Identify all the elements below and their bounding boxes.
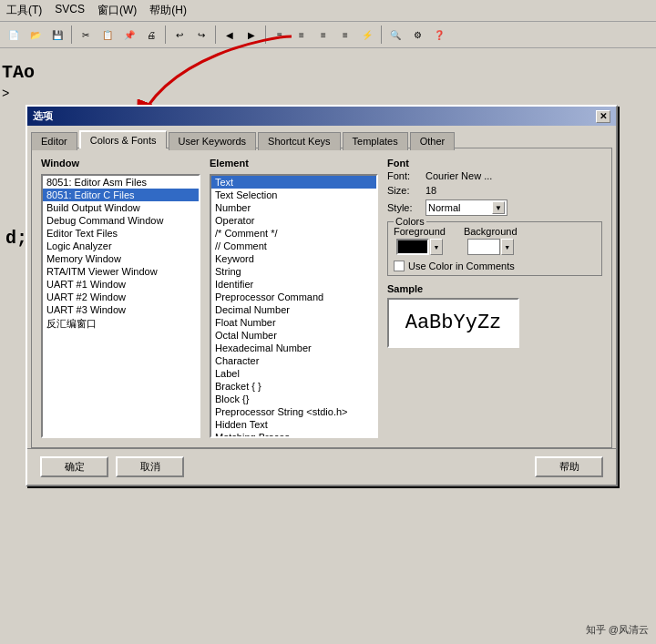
element-list-item[interactable]: /* Comment */ [211,227,376,240]
tab-user-keywords[interactable]: User Keywords [169,132,257,150]
sample-label: Sample [387,283,602,294]
element-list-item[interactable]: Label [211,367,376,380]
window-list-item[interactable]: Build Output Window [43,201,199,214]
cancel-button[interactable]: 取消 [116,456,184,477]
background-col: Background ▼ [464,226,518,255]
sample-section: Sample AaBbYyZz [387,283,602,348]
element-list-item[interactable]: Keyword [211,252,376,265]
use-color-label: Use Color in Comments [408,261,515,271]
font-name-label: Font: [387,170,420,181]
window-list-item[interactable]: UART #3 Window [43,303,199,316]
element-list-item[interactable]: Block {} [211,393,376,405]
element-panel-label: Element [210,158,378,169]
tab-shortcut-keys[interactable]: Shortcut Keys [258,132,340,150]
sample-box: AaBbYyZz [387,298,519,348]
tab-content: Window 8051: Editor Asm Files8051: Edito… [31,148,612,448]
font-style-arrow[interactable]: ▼ [492,201,505,214]
window-panel: Window 8051: Editor Asm Files8051: Edito… [41,158,200,438]
watermark: 知乎 @风清云 [586,623,649,637]
element-list-item[interactable]: Identifier [211,278,376,291]
font-style-label: Style: [387,202,420,213]
element-listbox[interactable]: TextText SelectionNumberOperator/* Comme… [210,174,378,438]
options-dialog: 选项 ✕ Editor Colors & Fonts User Keywords… [26,105,618,486]
background-swatch[interactable] [467,239,500,255]
element-list-item[interactable]: // Comment [211,240,376,252]
font-style-value: Normal [428,202,460,213]
element-list-item[interactable]: Bracket { } [211,380,376,393]
element-list-item[interactable]: Hidden Text [211,418,376,431]
background-swatch-row: ▼ [467,239,514,255]
foreground-swatch[interactable] [396,239,429,255]
background-label: Background [464,226,518,237]
background-swatch-btn[interactable]: ▼ [501,239,514,255]
font-panel-label: Font [387,158,602,169]
font-style-row: Style: Normal ▼ [387,199,602,216]
font-size-label: Size: [387,185,420,196]
dialog-titlebar: 选项 ✕ [27,107,616,126]
window-list-item[interactable]: UART #2 Window [43,291,199,303]
font-name-value: Courier New ... [425,170,492,181]
dialog-overlay: 选项 ✕ Editor Colors & Fonts User Keywords… [0,0,656,644]
element-list-item[interactable]: Hexadecimal Number [211,342,376,354]
colors-group-label: Colors [394,216,426,227]
tab-editor[interactable]: Editor [31,132,77,150]
element-panel: Element TextText SelectionNumberOperator… [210,158,378,438]
ok-button[interactable]: 确定 [40,456,108,477]
foreground-col: Foreground ▼ [394,226,446,255]
tab-templates[interactable]: Templates [343,132,408,150]
element-list-item[interactable]: Preprocessor Command [211,291,376,303]
help-button[interactable]: 帮助 [535,456,603,477]
dialog-buttons: 确定 取消 帮助 [27,448,616,485]
window-list-item[interactable]: 8051: Editor Asm Files [43,176,199,189]
font-size-row: Size: 18 [387,185,602,196]
element-list-item[interactable]: Text [211,176,376,189]
element-list-item[interactable]: Operator [211,214,376,227]
window-list-item[interactable]: Editor Text Files [43,227,199,240]
left-buttons: 确定 取消 [40,456,184,477]
element-list-item[interactable]: Text Selection [211,189,376,201]
window-list-item[interactable]: UART #1 Window [43,278,199,291]
colors-group: Colors Foreground ▼ Background [387,221,602,276]
foreground-swatch-row: ▼ [396,239,443,255]
window-list-item[interactable]: RTA/ITM Viewer Window [43,265,199,278]
use-color-checkbox[interactable] [394,261,405,271]
foreground-label: Foreground [394,226,446,237]
foreground-swatch-btn[interactable]: ▼ [430,239,443,255]
element-list-item[interactable]: Character [211,354,376,367]
window-listbox[interactable]: 8051: Editor Asm Files8051: Editor C Fil… [41,174,200,438]
window-list-item[interactable]: Debug Command Window [43,214,199,227]
window-list-item[interactable]: Memory Window [43,252,199,265]
element-list-item[interactable]: Number [211,201,376,214]
window-list-item[interactable]: 反汇编窗口 [43,316,199,332]
element-list-item[interactable]: String [211,265,376,278]
tab-colors-fonts[interactable]: Colors & Fonts [79,130,167,148]
element-list-item[interactable]: Preprocessor String <stdio.h> [211,405,376,418]
dialog-close-button[interactable]: ✕ [596,110,610,123]
color-row: Foreground ▼ Background ▼ [394,226,596,255]
element-list-item[interactable]: Matching Braces [211,431,376,438]
tab-bar: Editor Colors & Fonts User Keywords Shor… [27,126,616,148]
dialog-title-text: 选项 [33,109,53,123]
font-size-value: 18 [425,185,436,196]
element-list-item[interactable]: Float Number [211,316,376,329]
window-list-item[interactable]: Logic Analyzer [43,240,199,252]
window-list-item[interactable]: 8051: Editor C Files [43,189,199,201]
tab-other[interactable]: Other [410,132,456,150]
window-panel-label: Window [41,158,200,169]
font-style-dropdown[interactable]: Normal ▼ [425,199,507,216]
font-name-row: Font: Courier New ... [387,170,602,181]
element-list-item[interactable]: Decimal Number [211,303,376,316]
font-panel: Font Font: Courier New ... Size: 18 Styl… [387,158,602,438]
element-list-item[interactable]: Octal Number [211,329,376,342]
use-color-row: Use Color in Comments [394,261,596,271]
